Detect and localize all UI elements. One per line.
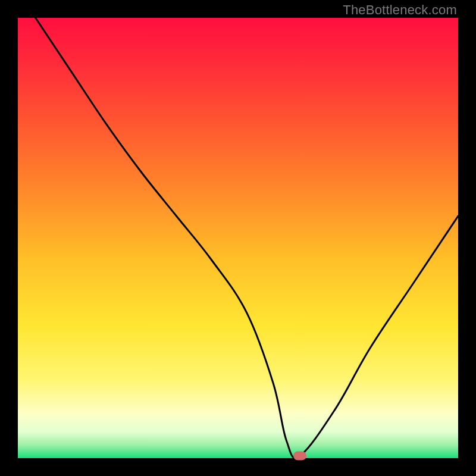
bottleneck-curve <box>18 18 458 458</box>
plot-area <box>18 18 458 458</box>
watermark-text: TheBottleneck.com <box>343 2 457 18</box>
optimal-point-marker <box>293 452 306 461</box>
chart-container: TheBottleneck.com <box>0 0 476 476</box>
